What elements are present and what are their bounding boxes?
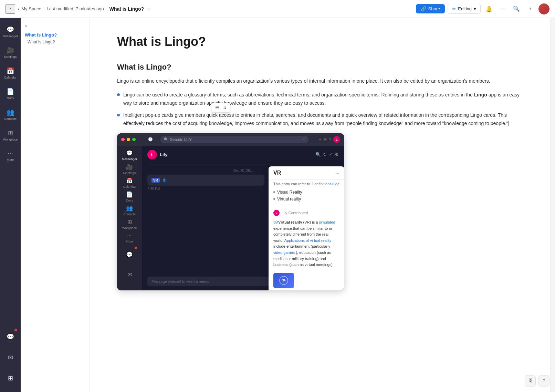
sidebar-item-meetings[interactable]: 🎥 Meetings (2, 43, 19, 62)
calendar-label: Calendar (4, 76, 17, 79)
toc-sub-link[interactable]: What is Lingo? (25, 39, 85, 45)
doc-title: What is Lingo? (109, 6, 144, 12)
grid-icon[interactable]: ⠿ (221, 104, 228, 111)
sidebar-item-docs[interactable]: 📄 Docs (2, 84, 19, 103)
chat-message-vr-tag: VR (151, 178, 160, 183)
ss-contacts[interactable]: 👥 Contacts (120, 205, 139, 216)
vr-hide-button[interactable]: Hide (332, 182, 339, 186)
right-scrollbar[interactable] (550, 18, 555, 392)
chat2-icon: 💬 (7, 333, 14, 341)
vr-image-icon (279, 276, 289, 285)
chat-header-icons: 🔍 ↻ ✓ ⚙ (315, 152, 339, 157)
vr-popup-header: VR ··· (269, 166, 344, 180)
meetings-icon: 🎥 (7, 47, 14, 54)
docs-label: Docs (7, 96, 14, 100)
ss-messenger-label: Messenger (122, 157, 137, 161)
share-button[interactable]: 🔗 Share (416, 4, 445, 13)
sidebar-bottom: 💬 ✉ ⊞ (2, 327, 19, 388)
plus-button[interactable]: + (525, 3, 536, 14)
toc-title-link[interactable]: What is Lingo? (25, 32, 85, 38)
docs-icon: 📄 (7, 88, 14, 95)
chat-avatar: L (147, 150, 157, 159)
calendar-icon: 📅 (7, 67, 14, 75)
screenshot-plus-icon[interactable]: + (319, 137, 321, 142)
search-button[interactable]: 🔍 (511, 3, 522, 14)
sidebar-item-apps[interactable]: ⊞ (2, 369, 19, 388)
main-content: What is Lingo? What is Lingo? Lingo is a… (90, 18, 550, 392)
screenshot-help-icon[interactable]: ? (329, 137, 331, 142)
ss-sidebar-bottom: 💬 ✉ ⊞ (120, 246, 139, 290)
sidebar-item-more[interactable]: ··· More (2, 146, 19, 165)
notification-badge (14, 329, 17, 331)
apps-icon: ⊞ (8, 374, 13, 382)
intro-paragraph: Lingo is an online encyclopedia that eff… (117, 77, 523, 85)
ss-docs-icon: 📄 (126, 191, 133, 198)
avatar[interactable] (538, 3, 549, 14)
ss-apps[interactable]: ⊞ (120, 286, 139, 290)
ss-meetings[interactable]: 🎥 Meetings (120, 164, 139, 175)
sidebar-item-calendar[interactable]: 📅 Calendar (2, 63, 19, 83)
settings-icon[interactable]: ⚙ (335, 152, 339, 157)
vr-link-videogames[interactable]: video games (273, 250, 295, 255)
vr-entry-label-2: Virtual reality (277, 197, 301, 202)
app-screenshot: 🕐 🔍 Search: LILY ✕ + ⊞ ? L 💬 (117, 133, 344, 290)
vr-emoji: 🥽 (273, 220, 278, 224)
ss-calendar[interactable]: 📅 Calendar (120, 177, 139, 188)
back-button[interactable]: ‹ (6, 4, 15, 14)
meetings-label: Meetings (4, 55, 17, 59)
vr-entry-dot-1 (273, 191, 275, 193)
vr-body-text1: (VR) is a (302, 220, 319, 224)
sidebar-item-chat2[interactable]: 💬 (2, 327, 19, 347)
more-button[interactable]: ··· (497, 3, 508, 14)
sidebar-item-workplace[interactable]: ⊞ Workplace (2, 125, 19, 145)
list-item-2: ☰ ⠿ Intelligent pop-up cards give member… (117, 111, 523, 128)
ss-docs[interactable]: 📄 Docs (120, 191, 139, 202)
vr-contributor: L Lily Contributed (269, 208, 344, 217)
chat-message-bubble: VR 👤 (147, 175, 264, 186)
screenshot-search-icon: 🔍 (164, 137, 168, 141)
topbar: ‹ ▪ My Space | Last modified: 7 minutes … (0, 0, 555, 18)
messenger-icon: 💬 (7, 26, 14, 33)
more-dots-icon: ··· (8, 150, 13, 157)
ss-workplace-label: Workplace (122, 226, 137, 230)
vr-body-text3: include entertainment (particularly (273, 244, 330, 248)
vr-subtitle: This entry can refer to 2 definitions (273, 182, 332, 186)
text-cursor (509, 121, 509, 126)
db-icon-button[interactable]: 🗄 (525, 375, 536, 386)
vr-link-applications[interactable]: Applications of virtual reality (284, 238, 331, 243)
ss-chat2[interactable]: 💬 (120, 246, 139, 264)
screenshot-share-icon[interactable]: ⊞ (323, 137, 327, 142)
screenshot-search-text: Search: LILY (170, 137, 192, 142)
vr-popup: VR ··· This entry can refer to 2 definit… (269, 166, 344, 290)
panel-collapse-button[interactable]: « (25, 23, 85, 28)
list-icon[interactable]: ☰ (214, 104, 221, 111)
check-icon[interactable]: ✓ (329, 152, 333, 157)
ss-messenger[interactable]: 💬 Messenger (120, 150, 139, 161)
screenshot-search-bar[interactable]: 🔍 Search: LILY ✕ (160, 136, 308, 143)
ss-mail[interactable]: ✉ (120, 266, 139, 284)
bell-button[interactable]: 🔔 (483, 3, 494, 14)
sidebar-item-messenger[interactable]: 💬 Messenger (2, 22, 19, 41)
history-icon[interactable]: 🕐 (148, 137, 153, 142)
star-icon[interactable]: ☆ (147, 6, 151, 12)
ss-workplace[interactable]: ⊞ Workplace (120, 219, 139, 230)
bullet-dot-2 (117, 114, 120, 116)
ss-more[interactable]: ··· More (120, 233, 139, 243)
sidebar-item-contacts[interactable]: 👥 Contacts (2, 105, 19, 124)
screenshot-avatar[interactable]: L (333, 136, 340, 143)
ss-meetings-label: Meetings (123, 171, 136, 175)
help-icon-button[interactable]: ? (538, 375, 549, 386)
bullet-list: Lingo can be used to create a glossary o… (117, 91, 523, 128)
screenshot-topbar: 🕐 🔍 Search: LILY ✕ + ⊞ ? L (117, 133, 344, 146)
editing-button[interactable]: ✏ Editing ▾ (448, 4, 481, 14)
refresh-icon[interactable]: ↻ (323, 152, 327, 157)
search-clear-icon[interactable]: ✕ (302, 137, 305, 141)
svg-point-1 (283, 279, 285, 281)
sidebar-item-mail[interactable]: ✉ (2, 348, 19, 367)
search-chat-icon[interactable]: 🔍 (315, 152, 321, 157)
vr-menu-icon[interactable]: ··· (335, 170, 339, 176)
topbar-left: ‹ ▪ My Space | Last modified: 7 minutes … (6, 4, 416, 14)
more-icon: ··· (500, 6, 505, 12)
vr-link-simulated[interactable]: simulated (319, 220, 335, 224)
space-label[interactable]: My Space (21, 6, 41, 11)
